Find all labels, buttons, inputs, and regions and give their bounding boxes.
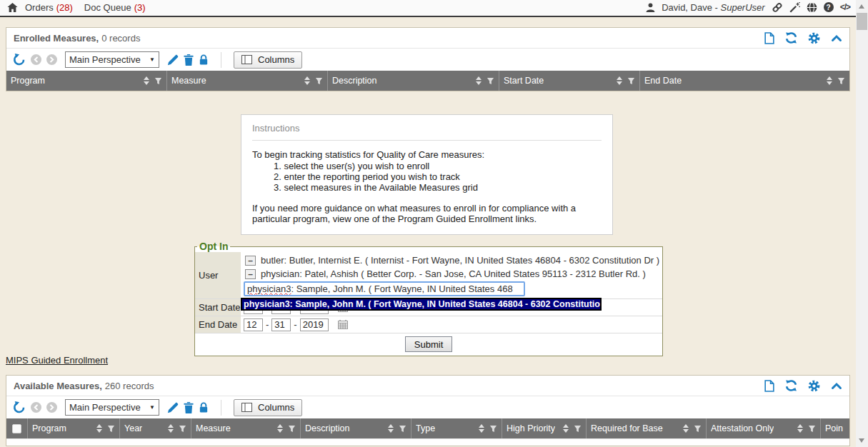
history-forward-icon[interactable] — [46, 54, 57, 65]
end-date-calendar-icon[interactable] — [338, 320, 348, 329]
home-icon[interactable] — [7, 3, 18, 12]
scroll-thumb[interactable] — [857, 13, 867, 30]
filter-icon[interactable] — [808, 425, 816, 433]
sort-icon[interactable] — [277, 424, 283, 433]
lock-perspective-icon[interactable] — [199, 54, 209, 65]
toolbar-divider — [221, 52, 221, 68]
column-header-year[interactable]: Year — [120, 418, 191, 438]
column-header-required-for-base[interactable]: Required for Base — [587, 418, 707, 438]
mips-guided-enrollment-link[interactable]: MIPS Guided Enrollment — [6, 355, 108, 366]
nav-doc-queue[interactable]: Doc Queue (3) — [84, 2, 146, 13]
column-header-program[interactable]: Program — [6, 71, 167, 91]
user-name: David, Dave - — [662, 2, 720, 13]
column-header-high-priority[interactable]: High Priority — [502, 418, 587, 438]
column-header-select — [6, 418, 28, 438]
instructions-steps: 1. select the user(s) you wish to enroll… — [274, 161, 602, 193]
submit-button[interactable]: Submit — [405, 336, 452, 352]
sort-icon[interactable] — [617, 76, 622, 85]
column-header-points[interactable]: Poin — [821, 418, 849, 438]
filter-icon[interactable] — [574, 425, 582, 433]
new-document-icon[interactable] — [764, 380, 774, 392]
available-panel-toolbar: Main Perspective ▼ Columns — [6, 396, 849, 418]
sort-icon[interactable] — [563, 424, 569, 433]
collapse-panel-icon[interactable] — [831, 34, 842, 42]
nav-doc-queue-count: (3) — [134, 2, 146, 13]
sort-icon[interactable] — [797, 424, 803, 433]
column-header-program[interactable]: Program — [28, 418, 120, 438]
edit-perspective-icon[interactable] — [167, 402, 179, 413]
column-header-measure[interactable]: Measure — [167, 71, 328, 91]
sort-icon[interactable] — [476, 76, 482, 85]
filter-icon[interactable] — [837, 77, 845, 85]
vertical-scrollbar[interactable] — [856, 0, 868, 447]
autocomplete-suggestion[interactable]: physician3: Sample, John M. ( Fort Wayne… — [241, 298, 602, 311]
lock-perspective-icon[interactable] — [199, 402, 209, 413]
nav-orders[interactable]: Orders (28) — [25, 2, 73, 13]
history-forward-icon[interactable] — [46, 402, 57, 413]
history-back-icon[interactable] — [31, 54, 41, 65]
scroll-down-arrow[interactable] — [859, 438, 864, 443]
sort-icon[interactable] — [479, 424, 484, 433]
collapse-panel-icon[interactable] — [831, 382, 842, 390]
end-day-input[interactable] — [271, 318, 291, 331]
delete-perspective-icon[interactable] — [184, 402, 194, 413]
columns-button[interactable]: Columns — [234, 399, 302, 416]
history-back-icon[interactable] — [31, 402, 41, 413]
column-header-type[interactable]: Type — [411, 418, 502, 438]
select-all-checkbox[interactable] — [12, 424, 21, 433]
filter-icon[interactable] — [288, 425, 296, 433]
end-month-input[interactable] — [244, 318, 263, 331]
sort-icon[interactable] — [168, 424, 174, 433]
end-year-input[interactable] — [300, 318, 329, 331]
scroll-up-arrow[interactable] — [859, 4, 864, 9]
refresh-icon[interactable] — [785, 32, 797, 44]
user-icon — [646, 3, 655, 12]
nav-orders-count: (28) — [56, 2, 73, 13]
column-header-description[interactable]: Description — [328, 71, 499, 91]
column-header-start-date[interactable]: Start Date — [499, 71, 640, 91]
sort-icon[interactable] — [683, 424, 689, 433]
undo-icon[interactable] — [13, 54, 26, 66]
sort-icon[interactable] — [827, 76, 832, 85]
wand-icon[interactable] — [789, 2, 800, 13]
filter-icon[interactable] — [487, 77, 494, 85]
sort-icon[interactable] — [144, 76, 149, 85]
gear-icon[interactable] — [808, 380, 820, 392]
user-menu[interactable]: David, Dave - SuperUser — [662, 2, 765, 13]
column-header-measure[interactable]: Measure — [191, 418, 301, 438]
sort-icon[interactable] — [388, 424, 394, 433]
panel-title: Enrolled Measures, — [14, 33, 99, 44]
perspective-select[interactable]: Main Perspective ▼ — [65, 399, 159, 416]
edit-perspective-icon[interactable] — [167, 54, 179, 66]
gear-icon[interactable] — [808, 32, 820, 44]
undo-icon[interactable] — [13, 401, 26, 413]
filter-icon[interactable] — [179, 425, 186, 433]
code-icon[interactable]: </> — [840, 2, 850, 12]
remove-user-button[interactable]: – — [245, 269, 256, 279]
filter-icon[interactable] — [694, 425, 702, 433]
link-icon[interactable] — [772, 2, 783, 13]
help-icon[interactable]: ? — [824, 2, 834, 12]
column-header-attestation-only[interactable]: Attestation Only — [707, 418, 821, 438]
globe-icon[interactable] — [807, 2, 817, 13]
filter-icon[interactable] — [399, 425, 406, 433]
filter-icon[interactable] — [315, 77, 323, 85]
filter-icon[interactable] — [627, 77, 635, 85]
filter-icon[interactable] — [154, 77, 162, 85]
sort-icon[interactable] — [96, 424, 102, 433]
new-document-icon[interactable] — [764, 32, 774, 44]
enrolled-measures-panel: Enrolled Measures, 0 records — [6, 27, 850, 91]
filter-icon[interactable] — [489, 425, 497, 433]
enrolled-panel-icons — [764, 32, 842, 44]
user-search-input[interactable]: physician3: Sample, John M. ( Fort Wayne… — [244, 281, 525, 296]
perspective-select[interactable]: Main Perspective ▼ — [65, 51, 159, 68]
column-header-description[interactable]: Description — [301, 418, 411, 438]
remove-user-button[interactable]: – — [245, 256, 256, 266]
columns-button-label: Columns — [258, 54, 294, 65]
column-header-end-date[interactable]: End Date — [640, 71, 849, 91]
filter-icon[interactable] — [107, 425, 115, 433]
refresh-icon[interactable] — [785, 380, 797, 391]
sort-icon[interactable] — [304, 76, 310, 85]
delete-perspective-icon[interactable] — [184, 54, 194, 66]
columns-button[interactable]: Columns — [234, 51, 302, 69]
